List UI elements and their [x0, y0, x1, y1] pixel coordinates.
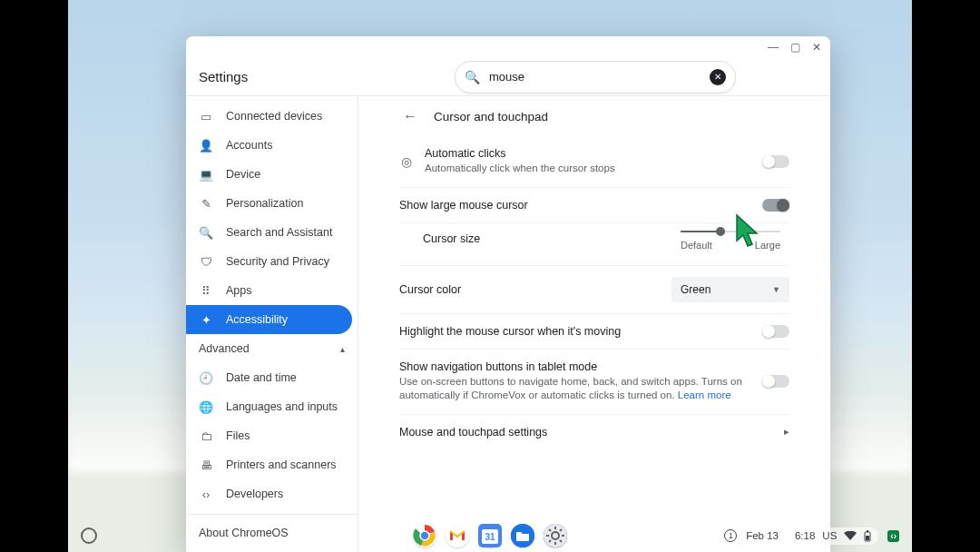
cursor-size-slider[interactable]	[681, 231, 780, 232]
launcher-button[interactable]	[81, 527, 97, 544]
chevron-right-icon: ▸	[784, 426, 789, 438]
sidebar-item-connected-devices[interactable]: ▭Connected devices	[186, 102, 352, 131]
svg-text:31: 31	[485, 532, 495, 542]
print-icon: 🖶	[199, 458, 213, 472]
row-title: Cursor color	[399, 283, 661, 296]
sidebar-item-label: Device	[226, 168, 260, 181]
shield-icon: 🛡	[199, 255, 213, 269]
sidebar-item-device[interactable]: 💻Device	[186, 160, 352, 189]
search-clear-button[interactable]: ✕	[710, 69, 726, 85]
window-maximize-button[interactable]: ▢	[789, 41, 801, 54]
sidebar-item-languages-and-inputs[interactable]: 🌐Languages and inputs	[186, 392, 352, 421]
settings-header: Settings 🔍 ✕	[186, 58, 830, 96]
search-icon: 🔍	[199, 226, 213, 240]
advanced-label: Advanced	[199, 342, 250, 355]
shelf-date: Feb 13	[746, 530, 779, 541]
sidebar-item-label: Date and time	[226, 371, 297, 384]
person-icon: 👤	[199, 139, 213, 153]
sidebar-item-accessibility[interactable]: ✦Accessibility	[186, 305, 352, 334]
row-highlight-cursor: Highlight the mouse cursor when it's mov…	[399, 314, 789, 350]
sidebar-item-search-and-assistant[interactable]: 🔍Search and Assistant	[186, 218, 352, 247]
sidebar-item-label: Personalization	[226, 197, 303, 210]
toggle-large-cursor[interactable]	[762, 199, 789, 212]
sidebar-item-label: Search and Assistant	[226, 226, 332, 239]
sidebar-item-label: Developers	[226, 488, 283, 500]
battery-icon	[864, 530, 871, 542]
row-cursor-size: Cursor size Default Large	[399, 223, 789, 266]
row-subtitle: Automatically click when the cursor stop…	[425, 162, 751, 176]
sidebar-item-label: Accounts	[226, 139, 272, 152]
shelf-app-settings-icon[interactable]	[544, 524, 567, 547]
search-input[interactable]	[489, 70, 710, 84]
sidebar-item-date-and-time[interactable]: 🕘Date and time	[186, 363, 352, 392]
learn-more-link[interactable]: Learn more	[678, 389, 731, 400]
sidebar-item-label: Accessibility	[226, 313, 288, 326]
slider-thumb[interactable]	[716, 227, 725, 236]
settings-window: — ▢ ✕ Settings 🔍 ✕ ▭Connected devices👤Ac…	[186, 36, 830, 552]
target-icon: ◎	[399, 154, 414, 169]
sidebar-item-personalization[interactable]: ✎Personalization	[186, 189, 352, 218]
settings-content: ← Cursor and touchpad ◎ Automatic clicks…	[358, 96, 830, 552]
row-title: Mouse and touchpad settings	[399, 426, 773, 439]
shelf-app-gmail-icon[interactable]	[446, 524, 469, 547]
sidebar-item-printers-and-scanners[interactable]: 🖶Printers and scanners	[186, 450, 352, 479]
shelf-app-calendar-icon[interactable]: 31	[478, 524, 502, 547]
settings-sidebar: ▭Connected devices👤Accounts💻Device✎Perso…	[186, 96, 358, 552]
search-box[interactable]: 🔍 ✕	[455, 61, 736, 94]
slider-min-label: Default	[681, 240, 712, 251]
toggle-tablet-nav[interactable]	[762, 375, 789, 388]
row-cursor-color: Cursor color Green ▼	[399, 266, 789, 314]
shelf-app-files-icon[interactable]	[511, 524, 534, 547]
row-automatic-clicks: ◎ Automatic clicks Automatically click w…	[399, 136, 789, 188]
svg-line-16	[560, 529, 562, 531]
shelf-ime: US	[822, 530, 837, 541]
row-tablet-nav: Show navigation buttons in tablet mode U…	[399, 350, 789, 415]
status-area[interactable]: 1 Feb 13 6:18 US ‹›	[724, 527, 899, 545]
row-subtitle: Use on-screen buttons to navigate home, …	[399, 375, 751, 403]
globe-icon: 🌐	[199, 400, 213, 414]
row-large-cursor: Show large mouse cursor	[399, 188, 789, 223]
sidebar-item-label: Connected devices	[226, 110, 322, 123]
sidebar-item-security-and-privacy[interactable]: 🛡Security and Privacy	[186, 247, 352, 276]
window-titlebar: — ▢ ✕	[186, 36, 830, 58]
back-button[interactable]: ←	[399, 105, 421, 127]
apps-icon: ⠿	[199, 284, 213, 298]
toggle-highlight-cursor[interactable]	[762, 325, 789, 338]
devices-icon: ▭	[199, 110, 213, 123]
window-close-button[interactable]: ✕	[810, 41, 823, 54]
slider-max-label: Large	[755, 240, 780, 251]
sidebar-advanced-toggle[interactable]: Advanced▴	[186, 334, 358, 363]
row-title: Highlight the mouse cursor when it's mov…	[399, 325, 751, 338]
chevron-up-icon: ▴	[340, 344, 345, 354]
svg-line-17	[549, 540, 551, 542]
row-mouse-touchpad-settings[interactable]: Mouse and touchpad settings ▸	[399, 415, 789, 449]
row-title: Show navigation buttons in tablet mode	[399, 360, 751, 373]
clock-icon: 🕘	[199, 371, 213, 385]
notification-count[interactable]: 1	[724, 529, 737, 542]
sidebar-item-label: Files	[226, 429, 250, 442]
svg-rect-20	[866, 536, 869, 540]
accessibility-icon: ✦	[199, 313, 213, 327]
sidebar-item-files[interactable]: 🗀Files	[186, 421, 352, 450]
window-minimize-button[interactable]: —	[767, 41, 779, 54]
toggle-automatic-clicks[interactable]	[762, 155, 789, 168]
svg-line-15	[560, 540, 562, 542]
laptop-icon: 💻	[199, 168, 213, 182]
svg-rect-19	[867, 530, 868, 532]
sidebar-item-label: Languages and inputs	[226, 400, 338, 413]
cursor-color-select[interactable]: Green ▼	[671, 277, 789, 302]
sidebar-item-accounts[interactable]: 👤Accounts	[186, 131, 352, 160]
shelf-app-chrome-icon[interactable]	[413, 524, 436, 547]
brush-icon: ✎	[199, 197, 213, 211]
row-title: Show large mouse cursor	[399, 199, 751, 212]
shelf-time: 6:18	[795, 530, 815, 541]
status-tray[interactable]: 6:18 US	[788, 527, 878, 545]
shelf: 31 1 Feb 13 6:18 US ‹›	[68, 519, 912, 552]
sidebar-item-apps[interactable]: ⠿Apps	[186, 276, 352, 305]
dev-mode-indicator[interactable]: ‹›	[887, 530, 899, 542]
page-title: Cursor and touchpad	[434, 110, 548, 123]
sidebar-item-developers[interactable]: ‹›Developers	[186, 479, 352, 508]
svg-point-2	[420, 531, 429, 540]
code-icon: ‹›	[199, 488, 213, 501]
sidebar-item-label: Security and Privacy	[226, 255, 329, 268]
